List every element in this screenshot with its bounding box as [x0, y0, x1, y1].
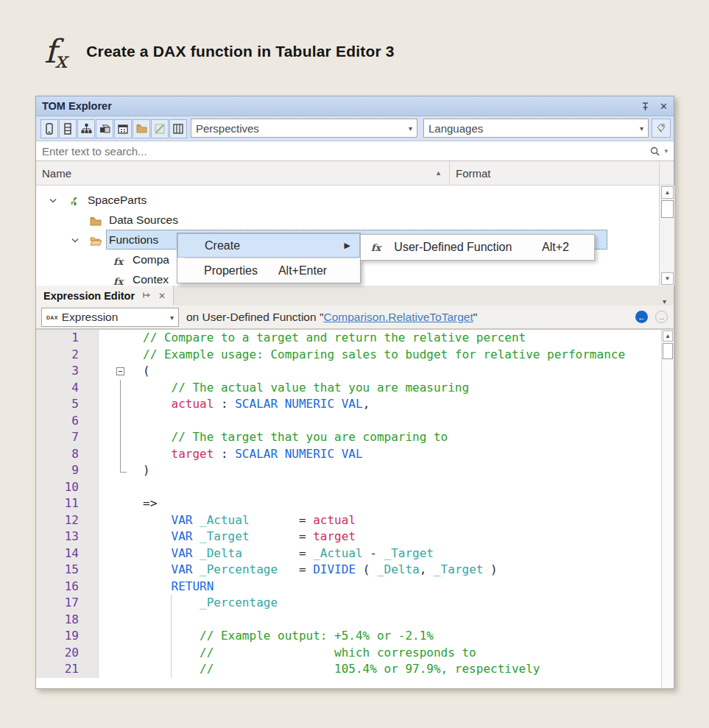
perspectives-value: Perspectives: [196, 122, 259, 135]
column-header-name[interactable]: Name ▲: [36, 161, 450, 185]
code-line: 16 RETURN: [36, 579, 674, 596]
code-line: 18: [36, 612, 674, 629]
submenu-arrow-icon: ▶: [345, 241, 350, 250]
chevron-down-icon: ▾: [640, 124, 643, 132]
fold-margin: [99, 363, 143, 380]
line-number: 16: [36, 579, 99, 596]
column-list-icon[interactable]: [59, 119, 77, 138]
chevron-down-icon[interactable]: [71, 238, 79, 243]
chevron-down-icon: ▾: [409, 124, 412, 132]
line-number: 21: [36, 661, 99, 678]
code-text: VAR _Delta = _Actual - _Target: [143, 545, 674, 562]
fold-margin: [99, 429, 143, 446]
relationship-disabled-icon[interactable]: [151, 119, 169, 138]
code-line: 6: [36, 413, 674, 430]
code-text: // Example usage: Comparing sales to bud…: [143, 347, 674, 364]
code-line: 7 // The target that you are comparing t…: [36, 429, 674, 446]
code-text: // Example output: +5.4% or -2.1%: [143, 628, 674, 645]
scrollbar-thumb[interactable]: [663, 343, 673, 359]
line-number: 18: [36, 612, 99, 629]
search-input[interactable]: [36, 145, 650, 158]
fold-margin: [99, 562, 143, 579]
create-submenu: fx User-Defined Function Alt+2: [360, 234, 595, 261]
menu-item-user-defined-function[interactable]: User-Defined Function: [394, 241, 512, 254]
tree-item-label: Functions: [109, 233, 158, 247]
tables-icon[interactable]: [40, 119, 58, 138]
fold-margin: [99, 413, 143, 430]
fx-icon: fx: [113, 255, 123, 268]
navigate-back-icon[interactable]: ←: [635, 311, 648, 323]
expression-editor-panel: Expression Editor ✕ ▾ DAX Expression ▾ o…: [35, 286, 674, 689]
code-line: 3(: [36, 363, 674, 380]
pin-icon[interactable]: [641, 102, 649, 111]
column-header-format[interactable]: Format: [450, 161, 660, 185]
code-text: RETURN: [143, 579, 674, 596]
code-text: // Compare to a target and return the re…: [143, 330, 674, 347]
scroll-down-icon[interactable]: ▼: [661, 272, 674, 285]
tab-list-caret-icon[interactable]: ▾: [663, 297, 674, 305]
fold-margin: [99, 595, 143, 612]
line-number: 3: [36, 363, 99, 380]
code-text: target : SCALAR NUMERIC VAL: [143, 446, 674, 463]
function-link[interactable]: Comparison.RelativeToTarget: [323, 311, 473, 324]
line-number: 19: [36, 628, 99, 645]
code-text: =>: [143, 495, 674, 512]
close-icon[interactable]: ✕: [660, 102, 668, 111]
fx-icon: fx: [371, 242, 381, 253]
tree-item-spaceparts[interactable]: SpaceParts: [36, 191, 659, 211]
translations-tag-icon[interactable]: [652, 119, 671, 138]
calendar-icon[interactable]: [114, 119, 132, 138]
line-number: 7: [36, 429, 99, 446]
code-text: VAR _Target = target: [143, 529, 674, 545]
line-number: 14: [36, 545, 99, 562]
scroll-up-icon[interactable]: ▲: [661, 186, 674, 199]
hierarchy-icon[interactable]: [77, 119, 95, 138]
tab-expression-editor[interactable]: Expression Editor ✕: [36, 286, 174, 305]
navigate-forward-icon[interactable]: →: [655, 311, 668, 323]
fold-margin: [99, 380, 143, 397]
line-number: 4: [36, 380, 99, 397]
line-number: 15: [36, 562, 99, 579]
fold-margin: [99, 612, 143, 629]
line-number: 6: [36, 413, 99, 430]
cube-icon[interactable]: [96, 119, 113, 138]
indent-guide: [171, 628, 172, 645]
folder-icon[interactable]: [133, 119, 150, 138]
chevron-down-icon[interactable]: [49, 198, 57, 203]
fold-collapse-icon[interactable]: [116, 367, 124, 375]
code-line: 21 // 105.4% or 97.9%, respectively: [36, 661, 674, 678]
code-line: 4 // The actual value that you are measu…: [36, 380, 674, 397]
folder-open-icon: [90, 236, 102, 246]
search-icon[interactable]: [650, 146, 660, 156]
code-text: _Percentage: [143, 595, 674, 612]
expression-context-text: on User-Defined Function "Comparison.Rel…: [186, 305, 477, 329]
perspectives-dropdown[interactable]: Perspectives ▾: [191, 119, 417, 138]
scrollbar-thumb[interactable]: [661, 200, 674, 218]
tree-item-data-sources[interactable]: Data Sources: [36, 211, 659, 230]
scroll-up-icon[interactable]: ▲: [663, 331, 673, 342]
languages-dropdown[interactable]: Languages ▾: [423, 119, 649, 138]
line-number: 9: [36, 462, 99, 479]
menu-item-create[interactable]: Create ▶: [177, 233, 360, 258]
partition-columns-icon[interactable]: [169, 119, 187, 138]
search-options-caret-icon[interactable]: ▾: [664, 147, 668, 155]
editor-scrollbar[interactable]: ▲: [661, 330, 674, 688]
close-icon[interactable]: ✕: [158, 291, 166, 301]
folder-icon: [90, 216, 102, 226]
model-icon: [68, 196, 80, 207]
code-line: 14 VAR _Delta = _Actual - _Target: [36, 545, 674, 562]
menu-item-properties[interactable]: Properties Alt+Enter: [177, 258, 360, 283]
dax-badge: DAX: [46, 315, 58, 320]
code-text: VAR _Actual = actual: [143, 512, 674, 529]
code-line: 12 VAR _Actual = actual: [36, 512, 674, 529]
tree-scrollbar[interactable]: ▲ ▼: [659, 185, 674, 286]
expression-type-dropdown[interactable]: DAX Expression ▾: [41, 308, 179, 327]
column-headers: Name ▲ Format: [36, 161, 674, 185]
tabular-editor-window: TOM Explorer ✕ Perspectives ▾ Languages: [35, 96, 674, 689]
menu-shortcut: Alt+Enter: [278, 264, 327, 278]
code-line: 2// Example usage: Comparing sales to bu…: [36, 347, 674, 364]
fold-margin: [99, 446, 143, 463]
fold-margin: [99, 495, 143, 512]
unpin-icon[interactable]: [142, 291, 151, 300]
dax-code-editor[interactable]: 1// Compare to a target and return the r…: [36, 329, 674, 688]
